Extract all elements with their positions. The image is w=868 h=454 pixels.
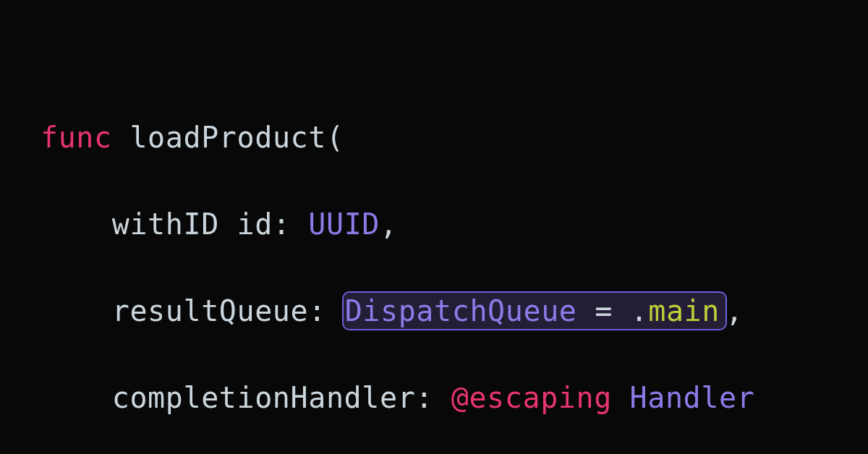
paren-open: ( [326,121,344,154]
code-highlight-box: DispatchQueue = .main [342,291,727,330]
param-name: completionHandler [112,381,416,414]
annotation-escaping: @escaping [451,381,612,414]
param-name: id [237,207,273,241]
keyword-func: func [41,121,112,154]
function-name: loadProduct [129,121,326,154]
type-uuid: UUID [308,207,380,241]
code-line-4: completionHandler: @escaping Handler [41,376,827,419]
code-line-3: resultQueue: DispatchQueue = .main, [41,289,827,333]
code-line-2: withID id: UUID, [41,202,827,246]
param-label: withID [112,207,219,241]
param-name: resultQueue [112,294,309,327]
code-snippet: func loadProduct( withID id: UUID, resul… [41,72,827,454]
property-main: main [648,294,720,327]
type-dispatchqueue: DispatchQueue [345,294,577,327]
type-handler: Handler [630,381,755,414]
code-line-1: func loadProduct( [41,116,827,159]
